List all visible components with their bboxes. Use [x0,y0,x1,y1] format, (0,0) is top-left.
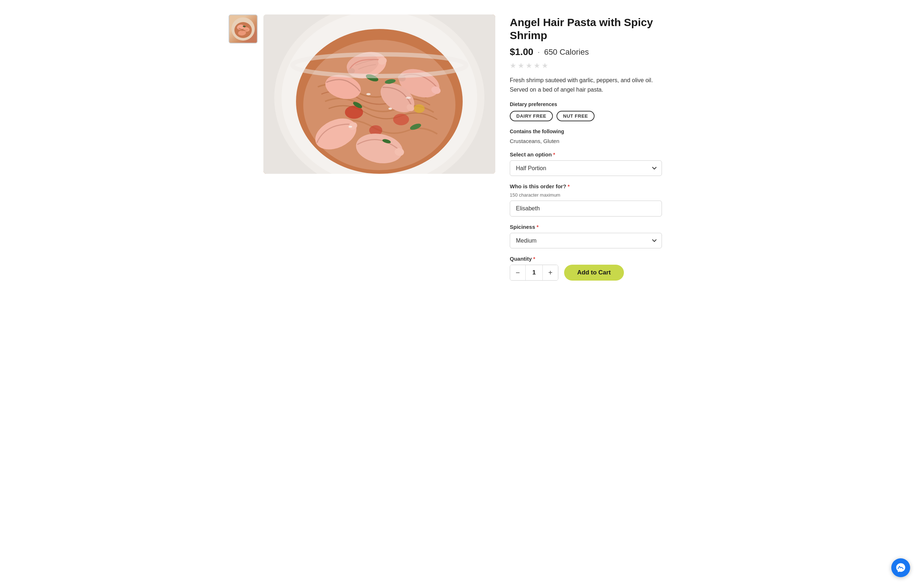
quantity-control: − 1 + [510,265,558,281]
product-image-svg [264,15,495,174]
rating-stars[interactable]: ★ ★ ★ ★ ★ [510,61,662,70]
char-limit-text: 150 character maximum [510,192,662,198]
main-product-image [264,15,495,174]
order-for-label: Who is this order for? * [510,183,662,189]
badge-dairy-free: DAIRY FREE [510,111,553,121]
contains-section: Contains the following Crustaceans, Glut… [510,128,662,144]
quantity-required-star: * [533,256,535,262]
price-dot: · [538,48,540,56]
option-select[interactable]: Half Portion Full Portion [510,161,662,176]
option-required-star: * [553,152,555,158]
svg-point-14 [393,114,409,125]
quantity-label: Quantity * [510,256,662,262]
quantity-section: Quantity * − 1 + Add to Cart [510,256,662,281]
spiciness-label: Spiciness * [510,224,662,230]
spiciness-select[interactable]: Mild Medium Hot Extra Hot [510,233,662,249]
spiciness-required-star: * [537,224,539,230]
star-2: ★ [518,61,524,70]
dietary-label: Dietary preferences [510,101,662,107]
star-4: ★ [534,61,540,70]
order-for-section: Who is this order for? * 150 character m… [510,183,662,216]
messenger-chat-button[interactable] [891,558,910,577]
order-for-input[interactable] [510,201,662,216]
product-details: Angel Hair Pasta with Spicy Shrimp $1.00… [510,15,662,288]
product-description: Fresh shrimp sauteed with garlic, pepper… [510,76,662,94]
svg-point-39 [348,126,352,128]
dietary-section: Dietary preferences DAIRY FREE NUT FREE [510,101,662,121]
messenger-icon [896,563,906,573]
thumbnail-1[interactable] [229,15,258,44]
svg-point-36 [366,93,371,95]
product-title: Angel Hair Pasta with Spicy Shrimp [510,16,662,42]
quantity-decrease-button[interactable]: − [510,265,526,280]
quantity-value: 1 [526,265,543,280]
price-calories-row: $1.00 · 650 Calories [510,46,662,58]
svg-point-16 [414,104,425,113]
star-3: ★ [526,61,532,70]
star-5: ★ [542,61,548,70]
option-label: Select an option * [510,151,662,158]
dietary-badges: DAIRY FREE NUT FREE [510,111,662,121]
star-1: ★ [510,61,516,70]
add-to-cart-button[interactable]: Add to Cart [564,265,624,281]
badge-nut-free: NUT FREE [557,111,594,121]
quantity-increase-button[interactable]: + [543,265,558,280]
contains-label: Contains the following [510,128,662,134]
order-for-required-star: * [568,184,570,189]
product-gallery [229,15,495,288]
product-price: $1.00 [510,46,533,58]
thumbnail-list [229,15,258,288]
quantity-row: − 1 + Add to Cart [510,265,662,281]
svg-point-37 [388,107,392,110]
thumbnail-image-1 [230,16,256,42]
spiciness-section: Spiciness * Mild Medium Hot Extra Hot [510,224,662,249]
product-calories: 650 Calories [544,47,589,57]
contains-value: Crustaceans, Gluten [510,138,662,144]
option-section: Select an option * Half Portion Full Por… [510,151,662,176]
svg-point-38 [406,97,411,99]
